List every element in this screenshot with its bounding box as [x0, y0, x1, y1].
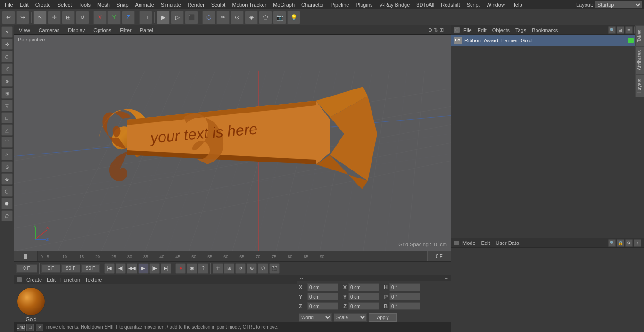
menu-render[interactable]: Render: [185, 1, 207, 8]
attributes-tab[interactable]: Attributes: [635, 46, 644, 74]
left-tool-8[interactable]: □: [1, 112, 13, 123]
end-frame-input-2[interactable]: [81, 264, 100, 273]
left-tool-3[interactable]: ⬡: [1, 51, 13, 62]
record-button[interactable]: ●: [175, 263, 186, 274]
cube-button[interactable]: ⬡: [202, 11, 215, 24]
z-pos-input[interactable]: [307, 302, 338, 310]
obj-file-menu[interactable]: File: [462, 27, 474, 33]
left-tool-5[interactable]: ⊕: [1, 75, 13, 87]
menu-redshift[interactable]: Redshift: [438, 1, 462, 8]
start-frame-input[interactable]: [41, 264, 60, 273]
attr-userdata-menu[interactable]: User Data: [494, 240, 521, 246]
render-button[interactable]: ▶: [157, 11, 170, 24]
move-tool-pb[interactable]: ✛: [213, 263, 223, 274]
left-tool-13[interactable]: ⬙: [1, 173, 13, 185]
menu-simulate[interactable]: Simulate: [158, 1, 184, 8]
p-input[interactable]: [389, 293, 420, 300]
menu-select[interactable]: Select: [55, 1, 75, 8]
apply-button[interactable]: Apply: [369, 313, 397, 322]
menu-vray[interactable]: V-Ray Bridge: [377, 1, 413, 8]
obj-edit-menu[interactable]: Edit: [476, 27, 488, 33]
menu-help[interactable]: Help: [509, 1, 525, 8]
attr-search-button[interactable]: 🔍: [608, 239, 616, 247]
obj-bookmarks-menu[interactable]: Bookmarks: [530, 27, 560, 33]
render-region-button[interactable]: ▷: [171, 11, 184, 24]
x-pos-input[interactable]: [307, 283, 338, 291]
play-back-button[interactable]: ◀◀: [127, 263, 137, 274]
display-menu[interactable]: Display: [66, 27, 87, 33]
obj-tags-menu[interactable]: Tags: [513, 27, 528, 33]
paint-button[interactable]: ⬠: [259, 11, 272, 24]
z-size-input[interactable]: [348, 302, 379, 310]
menu-sculpt[interactable]: Sculpt: [208, 1, 229, 8]
left-tool-1[interactable]: ↖: [1, 26, 13, 38]
panel-menu[interactable]: Panel: [138, 27, 155, 33]
left-tool-15[interactable]: ⬟: [1, 198, 13, 209]
left-tool-12[interactable]: ⊙: [1, 161, 13, 172]
move-tool-button[interactable]: ✛: [48, 11, 61, 24]
menu-character[interactable]: Character: [298, 1, 327, 8]
layout-dropdown[interactable]: Startup: [595, 1, 642, 8]
cameras-menu[interactable]: Cameras: [37, 27, 62, 33]
rotate-pb[interactable]: ↺: [235, 263, 246, 274]
attr-lock-button[interactable]: 🔒: [617, 239, 624, 247]
menu-pipeline[interactable]: Pipeline: [328, 1, 352, 8]
step-forward-button[interactable]: |▶: [149, 263, 160, 274]
viewport-icon-3[interactable]: ⊞: [439, 27, 444, 33]
filter-menu[interactable]: Filter: [118, 27, 133, 33]
obj-search-button[interactable]: 🔍: [608, 26, 616, 34]
material-create-menu[interactable]: Create: [26, 277, 42, 283]
material-edit-menu[interactable]: Edit: [47, 277, 56, 283]
rotate-tool-button[interactable]: ↺: [76, 11, 89, 24]
render-settings-button[interactable]: ⬛: [185, 11, 198, 24]
status-icon-1[interactable]: □: [26, 324, 34, 331]
y-pos-input[interactable]: [307, 293, 338, 300]
status-icon-2[interactable]: ✕: [36, 324, 43, 331]
material-sphere[interactable]: [17, 287, 45, 316]
pivot-button[interactable]: ⊕: [247, 263, 257, 274]
material-preview-container[interactable]: Gold: [17, 287, 45, 322]
layers-tab[interactable]: Layers: [635, 74, 644, 97]
object-mode-button[interactable]: □: [139, 11, 152, 24]
menu-animate[interactable]: Animate: [132, 1, 157, 8]
b-input[interactable]: [389, 302, 420, 310]
play-forward-button[interactable]: ▶: [138, 263, 149, 274]
grid-button[interactable]: ⬡: [258, 263, 268, 274]
select-tool-button[interactable]: ↖: [33, 11, 47, 24]
left-tool-16[interactable]: ⬠: [1, 210, 13, 221]
material-function-menu[interactable]: Function: [60, 277, 80, 283]
timeline-ruler[interactable]: 0 5 10 15 20 25 30 35 40 45 50 55 60 65 …: [38, 251, 427, 262]
h-input[interactable]: [389, 283, 420, 291]
menu-snap[interactable]: Snap: [114, 1, 132, 8]
viewport[interactable]: your text is here View Cameras Display O…: [14, 25, 451, 251]
viewport-icon-2[interactable]: ⇅: [434, 27, 438, 33]
world-dropdown[interactable]: World: [299, 313, 332, 322]
light-button[interactable]: 💡: [287, 11, 300, 24]
menu-mograph[interactable]: MoGraph: [270, 1, 297, 8]
x-size-input[interactable]: [348, 283, 379, 291]
obj-menu-button[interactable]: ≡: [625, 26, 633, 34]
menu-mesh[interactable]: Mesh: [94, 1, 113, 8]
left-tool-14[interactable]: ⬡: [1, 186, 13, 197]
redo-button[interactable]: ↪: [16, 11, 29, 24]
left-tool-10[interactable]: ⌒: [1, 137, 13, 148]
attr-collapse-button[interactable]: ↕: [634, 239, 641, 247]
step-back-button[interactable]: ◀|: [116, 263, 126, 274]
menu-plugins[interactable]: Plugins: [353, 1, 375, 8]
go-to-end-button[interactable]: ▶|: [161, 263, 171, 274]
select2-button[interactable]: ◈: [245, 11, 258, 24]
film-button[interactable]: 🎬: [269, 263, 280, 274]
obj-objects-menu[interactable]: Objects: [490, 27, 512, 33]
material-texture-menu[interactable]: Texture: [85, 277, 102, 283]
sculpt-button[interactable]: ⊙: [231, 11, 244, 24]
y-axis-button[interactable]: Y: [107, 11, 121, 24]
left-tool-2[interactable]: ✛: [1, 39, 13, 50]
viewport-icon-4[interactable]: ≡: [445, 27, 448, 33]
record-auto-button[interactable]: ◉: [187, 263, 197, 274]
menu-edit[interactable]: Edit: [17, 1, 32, 8]
menu-motion-tracker[interactable]: Motion Tracker: [229, 1, 269, 8]
view-menu[interactable]: View: [17, 27, 32, 33]
go-to-start-button[interactable]: |◀: [104, 263, 115, 274]
object-item[interactable]: LO Ribbon_Award_Banner_Gold: [451, 35, 644, 46]
attr-settings-button[interactable]: ⚙: [625, 239, 633, 247]
